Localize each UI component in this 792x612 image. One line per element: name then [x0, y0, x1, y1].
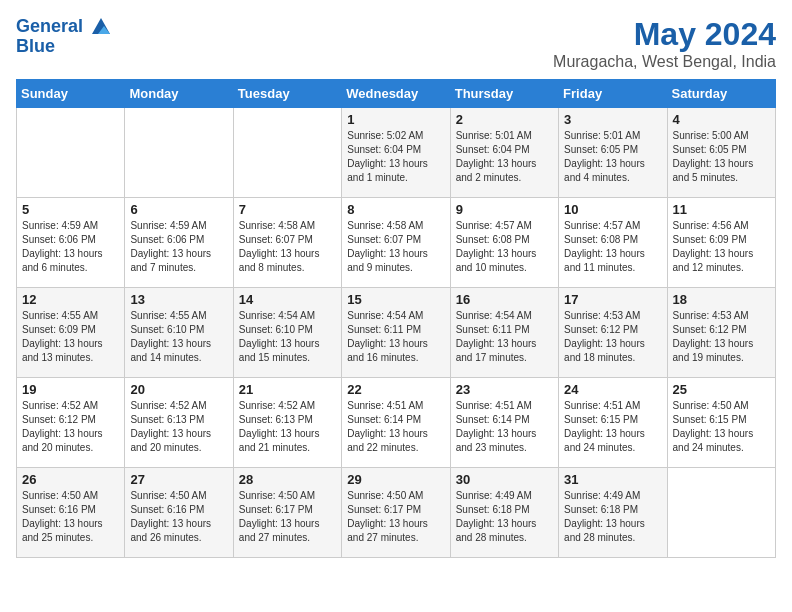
title-block: May 2024 Muragacha, West Bengal, India: [553, 16, 776, 71]
calendar-day-cell: 6Sunrise: 4:59 AM Sunset: 6:06 PM Daylig…: [125, 198, 233, 288]
day-number: 29: [347, 472, 444, 487]
calendar-day-cell: 13Sunrise: 4:55 AM Sunset: 6:10 PM Dayli…: [125, 288, 233, 378]
calendar-day-cell: 20Sunrise: 4:52 AM Sunset: 6:13 PM Dayli…: [125, 378, 233, 468]
day-info: Sunrise: 5:01 AM Sunset: 6:05 PM Dayligh…: [564, 129, 661, 185]
day-number: 11: [673, 202, 770, 217]
logo-line2: Blue: [16, 36, 112, 57]
day-info: Sunrise: 4:50 AM Sunset: 6:17 PM Dayligh…: [347, 489, 444, 545]
weekday-header: Monday: [125, 80, 233, 108]
day-number: 14: [239, 292, 336, 307]
calendar-day-cell: 26Sunrise: 4:50 AM Sunset: 6:16 PM Dayli…: [17, 468, 125, 558]
calendar-day-cell: 9Sunrise: 4:57 AM Sunset: 6:08 PM Daylig…: [450, 198, 558, 288]
day-info: Sunrise: 5:01 AM Sunset: 6:04 PM Dayligh…: [456, 129, 553, 185]
day-info: Sunrise: 4:52 AM Sunset: 6:12 PM Dayligh…: [22, 399, 119, 455]
day-info: Sunrise: 5:02 AM Sunset: 6:04 PM Dayligh…: [347, 129, 444, 185]
day-info: Sunrise: 4:59 AM Sunset: 6:06 PM Dayligh…: [130, 219, 227, 275]
day-number: 27: [130, 472, 227, 487]
day-info: Sunrise: 4:51 AM Sunset: 6:14 PM Dayligh…: [347, 399, 444, 455]
weekday-header: Friday: [559, 80, 667, 108]
calendar-day-cell: 11Sunrise: 4:56 AM Sunset: 6:09 PM Dayli…: [667, 198, 775, 288]
day-number: 7: [239, 202, 336, 217]
day-number: 26: [22, 472, 119, 487]
calendar-day-cell: 14Sunrise: 4:54 AM Sunset: 6:10 PM Dayli…: [233, 288, 341, 378]
day-number: 9: [456, 202, 553, 217]
day-info: Sunrise: 4:50 AM Sunset: 6:16 PM Dayligh…: [22, 489, 119, 545]
calendar-day-cell: 5Sunrise: 4:59 AM Sunset: 6:06 PM Daylig…: [17, 198, 125, 288]
weekday-header: Sunday: [17, 80, 125, 108]
calendar-day-cell: 10Sunrise: 4:57 AM Sunset: 6:08 PM Dayli…: [559, 198, 667, 288]
calendar-day-cell: 8Sunrise: 4:58 AM Sunset: 6:07 PM Daylig…: [342, 198, 450, 288]
weekday-header-row: SundayMondayTuesdayWednesdayThursdayFrid…: [17, 80, 776, 108]
day-info: Sunrise: 4:50 AM Sunset: 6:17 PM Dayligh…: [239, 489, 336, 545]
calendar-day-cell: 31Sunrise: 4:49 AM Sunset: 6:18 PM Dayli…: [559, 468, 667, 558]
weekday-header: Thursday: [450, 80, 558, 108]
day-number: 17: [564, 292, 661, 307]
calendar-subtitle: Muragacha, West Bengal, India: [553, 53, 776, 71]
day-number: 18: [673, 292, 770, 307]
day-info: Sunrise: 4:53 AM Sunset: 6:12 PM Dayligh…: [564, 309, 661, 365]
weekday-header: Saturday: [667, 80, 775, 108]
day-info: Sunrise: 4:54 AM Sunset: 6:11 PM Dayligh…: [347, 309, 444, 365]
calendar-day-cell: 2Sunrise: 5:01 AM Sunset: 6:04 PM Daylig…: [450, 108, 558, 198]
calendar-table: SundayMondayTuesdayWednesdayThursdayFrid…: [16, 79, 776, 558]
calendar-title: May 2024: [553, 16, 776, 53]
calendar-week-row: 1Sunrise: 5:02 AM Sunset: 6:04 PM Daylig…: [17, 108, 776, 198]
logo-icon: [90, 16, 112, 38]
day-number: 12: [22, 292, 119, 307]
day-number: 28: [239, 472, 336, 487]
calendar-day-cell: 1Sunrise: 5:02 AM Sunset: 6:04 PM Daylig…: [342, 108, 450, 198]
day-info: Sunrise: 4:54 AM Sunset: 6:11 PM Dayligh…: [456, 309, 553, 365]
day-number: 31: [564, 472, 661, 487]
page-header: General Blue May 2024 Muragacha, West Be…: [16, 16, 776, 71]
calendar-day-cell: 4Sunrise: 5:00 AM Sunset: 6:05 PM Daylig…: [667, 108, 775, 198]
logo-text: General: [16, 16, 112, 38]
day-number: 3: [564, 112, 661, 127]
calendar-day-cell: [125, 108, 233, 198]
day-info: Sunrise: 4:57 AM Sunset: 6:08 PM Dayligh…: [456, 219, 553, 275]
calendar-day-cell: 21Sunrise: 4:52 AM Sunset: 6:13 PM Dayli…: [233, 378, 341, 468]
day-info: Sunrise: 4:56 AM Sunset: 6:09 PM Dayligh…: [673, 219, 770, 275]
calendar-day-cell: [233, 108, 341, 198]
calendar-day-cell: 29Sunrise: 4:50 AM Sunset: 6:17 PM Dayli…: [342, 468, 450, 558]
calendar-week-row: 12Sunrise: 4:55 AM Sunset: 6:09 PM Dayli…: [17, 288, 776, 378]
day-info: Sunrise: 4:58 AM Sunset: 6:07 PM Dayligh…: [347, 219, 444, 275]
calendar-day-cell: 23Sunrise: 4:51 AM Sunset: 6:14 PM Dayli…: [450, 378, 558, 468]
day-number: 25: [673, 382, 770, 397]
day-number: 5: [22, 202, 119, 217]
day-number: 10: [564, 202, 661, 217]
day-number: 21: [239, 382, 336, 397]
day-info: Sunrise: 4:50 AM Sunset: 6:15 PM Dayligh…: [673, 399, 770, 455]
day-info: Sunrise: 4:58 AM Sunset: 6:07 PM Dayligh…: [239, 219, 336, 275]
calendar-day-cell: [17, 108, 125, 198]
calendar-day-cell: 15Sunrise: 4:54 AM Sunset: 6:11 PM Dayli…: [342, 288, 450, 378]
weekday-header: Tuesday: [233, 80, 341, 108]
day-info: Sunrise: 4:57 AM Sunset: 6:08 PM Dayligh…: [564, 219, 661, 275]
calendar-day-cell: 3Sunrise: 5:01 AM Sunset: 6:05 PM Daylig…: [559, 108, 667, 198]
calendar-day-cell: 30Sunrise: 4:49 AM Sunset: 6:18 PM Dayli…: [450, 468, 558, 558]
day-number: 15: [347, 292, 444, 307]
day-number: 23: [456, 382, 553, 397]
day-info: Sunrise: 5:00 AM Sunset: 6:05 PM Dayligh…: [673, 129, 770, 185]
day-number: 19: [22, 382, 119, 397]
calendar-day-cell: 7Sunrise: 4:58 AM Sunset: 6:07 PM Daylig…: [233, 198, 341, 288]
calendar-day-cell: 28Sunrise: 4:50 AM Sunset: 6:17 PM Dayli…: [233, 468, 341, 558]
day-info: Sunrise: 4:50 AM Sunset: 6:16 PM Dayligh…: [130, 489, 227, 545]
day-number: 30: [456, 472, 553, 487]
weekday-header: Wednesday: [342, 80, 450, 108]
day-number: 6: [130, 202, 227, 217]
calendar-day-cell: 27Sunrise: 4:50 AM Sunset: 6:16 PM Dayli…: [125, 468, 233, 558]
logo: General Blue: [16, 16, 112, 57]
calendar-day-cell: 22Sunrise: 4:51 AM Sunset: 6:14 PM Dayli…: [342, 378, 450, 468]
day-number: 4: [673, 112, 770, 127]
day-info: Sunrise: 4:49 AM Sunset: 6:18 PM Dayligh…: [456, 489, 553, 545]
day-info: Sunrise: 4:52 AM Sunset: 6:13 PM Dayligh…: [130, 399, 227, 455]
day-info: Sunrise: 4:52 AM Sunset: 6:13 PM Dayligh…: [239, 399, 336, 455]
day-info: Sunrise: 4:55 AM Sunset: 6:09 PM Dayligh…: [22, 309, 119, 365]
calendar-day-cell: 16Sunrise: 4:54 AM Sunset: 6:11 PM Dayli…: [450, 288, 558, 378]
calendar-day-cell: [667, 468, 775, 558]
day-number: 20: [130, 382, 227, 397]
calendar-week-row: 5Sunrise: 4:59 AM Sunset: 6:06 PM Daylig…: [17, 198, 776, 288]
calendar-day-cell: 19Sunrise: 4:52 AM Sunset: 6:12 PM Dayli…: [17, 378, 125, 468]
calendar-day-cell: 12Sunrise: 4:55 AM Sunset: 6:09 PM Dayli…: [17, 288, 125, 378]
calendar-week-row: 26Sunrise: 4:50 AM Sunset: 6:16 PM Dayli…: [17, 468, 776, 558]
